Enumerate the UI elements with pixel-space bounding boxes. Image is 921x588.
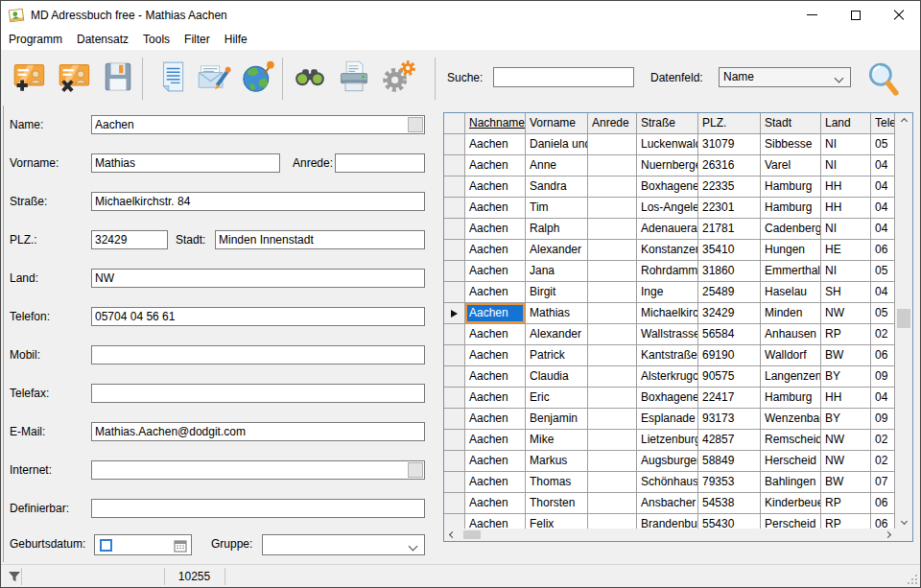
cell[interactable]: HH [821,388,871,409]
cell[interactable]: Sandra [526,176,588,198]
menu-item-tools[interactable]: Tools [143,33,170,46]
cell[interactable]: Ansbacher [637,493,698,514]
add-record-button[interactable] [11,55,49,99]
website-button[interactable] [239,55,277,99]
cell[interactable] [588,388,637,409]
cell[interactable]: Cadenberg [761,219,821,240]
cell[interactable]: Michaelkirch [637,303,698,324]
cell[interactable]: Adenauerall [637,219,698,240]
cell[interactable] [588,409,637,430]
row-selector[interactable] [444,282,465,303]
cell[interactable]: Emmerthal [761,261,821,282]
vertical-scrollbar[interactable] [895,113,912,529]
cell[interactable]: HH [821,198,871,219]
geburtsdatum-checkbox[interactable] [100,539,112,552]
cell[interactable]: Esplanade [637,409,698,430]
cell[interactable]: Walldorf [761,345,821,366]
cell[interactable] [588,324,637,345]
menu-item-programm[interactable]: Programm [9,33,62,46]
menu-item-filter[interactable]: Filter [184,33,210,46]
filter-icon[interactable] [7,569,22,584]
cell[interactable] [588,451,637,472]
calendar-icon[interactable] [174,539,187,553]
cell[interactable]: 90575 [698,366,761,388]
cell[interactable] [588,514,637,529]
cell[interactable]: Patrick [526,345,588,366]
cell[interactable]: Hamburg [761,176,821,198]
cell[interactable]: Minden [761,303,821,324]
cell[interactable]: 31860 [698,261,761,282]
name-field-button[interactable] [408,117,423,132]
row-selector[interactable] [444,134,465,155]
cell[interactable]: Aachen [465,514,526,529]
close-button[interactable] [877,1,920,29]
horizontal-scroll-thumb[interactable] [463,530,481,539]
cell[interactable]: Aachen [465,176,526,198]
cell[interactable]: Varel [761,155,821,176]
internet-input[interactable] [91,460,425,480]
cell[interactable]: Aachen [465,134,526,155]
cell[interactable]: Eric [526,388,588,409]
cell[interactable]: 07 [871,472,895,493]
cell[interactable]: 55430 [698,514,761,529]
cell[interactable]: 26316 [698,155,761,176]
scroll-up-button[interactable] [895,113,912,129]
cell[interactable]: Hungen [761,240,821,261]
cell[interactable]: 05 [871,303,895,324]
cell[interactable]: Hamburg [761,198,821,219]
geburtsdatum-datepicker[interactable] [94,534,192,555]
maximize-button[interactable] [834,1,877,29]
cell[interactable]: 06 [871,345,895,366]
cell[interactable] [588,282,637,303]
cell[interactable]: 06 [871,493,895,514]
vertical-scroll-thumb[interactable] [897,309,910,328]
cell[interactable]: BW [821,472,871,493]
row-selector[interactable] [444,472,465,493]
cell[interactable]: Anne [526,155,588,176]
row-selector[interactable] [444,409,465,430]
cell[interactable]: 06 [871,514,895,529]
search-execute-button[interactable] [864,57,903,101]
cell[interactable]: Aachen [465,240,526,261]
scroll-left-button[interactable] [444,529,460,541]
cell[interactable]: Inge [637,282,698,303]
cell[interactable]: NI [821,219,871,240]
column-header-land[interactable]: Land [821,113,871,134]
cell[interactable]: 69190 [698,345,761,366]
cell[interactable]: Aachen [465,282,526,303]
cell[interactable]: Alexander [526,324,588,345]
cell[interactable] [588,176,637,198]
cell[interactable]: NI [821,155,871,176]
cell[interactable]: 09 [871,409,895,430]
row-selector-header[interactable] [444,113,465,134]
cell[interactable]: Claudia [526,366,588,388]
telefon-input[interactable] [91,307,425,326]
cell[interactable]: Aachen [465,219,526,240]
cell[interactable] [588,198,637,219]
cell[interactable]: Remscheid [761,430,821,451]
column-header-anrede[interactable]: Anrede [588,113,637,134]
cell[interactable] [588,366,637,388]
cell[interactable]: NW [821,430,871,451]
cell[interactable] [588,303,637,324]
cell[interactable]: BW [821,345,871,366]
cell[interactable]: Ralph [526,219,588,240]
cell[interactable]: Aachen [465,324,526,345]
row-selector[interactable] [444,261,465,282]
cell[interactable] [588,345,637,366]
cell[interactable]: 05 [871,134,895,155]
cell[interactable]: Konstanzer [637,240,698,261]
cell[interactable]: Aachen [465,303,526,324]
cell[interactable]: NI [821,261,871,282]
cell[interactable]: 02 [871,451,895,472]
row-selector[interactable] [444,514,465,529]
cell[interactable]: Boxhagener [637,176,698,198]
scroll-right-button[interactable] [880,529,895,541]
delete-record-button[interactable] [56,55,94,99]
cell[interactable]: Thorsten [526,493,588,514]
cell[interactable]: Schönhause [637,472,698,493]
cell[interactable]: Haselau [761,282,821,303]
row-selector[interactable] [444,493,465,514]
scroll-down-button[interactable] [895,513,912,529]
write-email-button[interactable] [195,55,233,99]
